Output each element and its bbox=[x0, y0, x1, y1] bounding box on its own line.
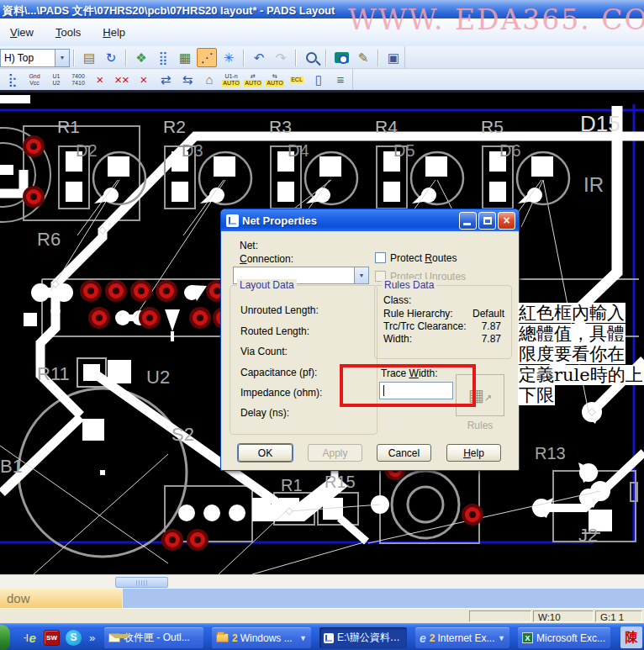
pcb-label-ir: IR bbox=[583, 173, 604, 196]
fanout-toolbar-icon[interactable]: ✳ bbox=[219, 48, 239, 67]
chevron-down-icon[interactable]: ▼ bbox=[55, 50, 69, 66]
menu-help[interactable]: Help bbox=[103, 26, 125, 39]
maximize-button[interactable] bbox=[478, 212, 496, 230]
screen: 資料\...\PADS 文件\07HRS20\pcb\07HRS20 layou… bbox=[0, 0, 644, 650]
red-pad bbox=[24, 137, 43, 156]
red-pad bbox=[188, 531, 207, 549]
zoom-icon[interactable] bbox=[301, 48, 321, 67]
menu-view[interactable]: View bbox=[10, 26, 34, 39]
task-label: 收件匣 - Outl... bbox=[124, 631, 199, 645]
design-toolbar-icon[interactable]: ▦ bbox=[175, 48, 195, 67]
minimize-button[interactable] bbox=[459, 212, 477, 230]
renumber-auto-icon[interactable]: ⇄AUTO bbox=[243, 70, 263, 89]
pcb-label-r6: R6 bbox=[37, 229, 61, 250]
rules-button-label: Rules bbox=[456, 420, 504, 431]
swap-auto-icon[interactable]: ⇆AUTO bbox=[265, 70, 285, 89]
pcb-label-d5: D5 bbox=[393, 141, 415, 160]
component-icon[interactable]: ▯ bbox=[309, 70, 329, 89]
close-button[interactable]: × bbox=[498, 212, 515, 230]
new-window-icon[interactable]: ▣ bbox=[383, 48, 404, 67]
red-pad bbox=[82, 282, 100, 300]
query-house-icon[interactable]: ⌂ bbox=[199, 70, 219, 89]
swap-gates-icon[interactable]: ⇆ bbox=[177, 70, 198, 89]
undo-icon[interactable]: ↶ bbox=[249, 48, 269, 67]
route-toolbar-icon[interactable]: ⋰ bbox=[197, 48, 217, 67]
excel-icon: X bbox=[522, 632, 533, 643]
skype-quicklaunch-icon[interactable]: S bbox=[66, 630, 82, 646]
impedance-label: Impedance (ohm): bbox=[240, 387, 322, 399]
brush-icon[interactable]: ✎ bbox=[353, 48, 373, 67]
toolbar-separator bbox=[377, 50, 379, 66]
scrollbar-thumb[interactable] bbox=[115, 577, 168, 588]
delete-all-routes-icon[interactable]: × bbox=[134, 70, 154, 89]
start-button-fragment[interactable] bbox=[0, 625, 10, 650]
group-count: 2 bbox=[232, 632, 238, 644]
taskbar-button-excel[interactable]: XMicrosoft Exc... bbox=[518, 627, 610, 648]
board-outline-icon[interactable]: ❖ bbox=[131, 48, 151, 67]
ime-indicator[interactable]: 陳 bbox=[620, 626, 642, 648]
toolbar-separator bbox=[295, 50, 297, 66]
window-titlebar[interactable]: 資料\...\PADS 文件\07HRS20\pcb\07HRS20 layou… bbox=[0, 0, 644, 18]
menu-tools[interactable]: Tools bbox=[55, 26, 81, 39]
pcb-label-r13: R13 bbox=[535, 444, 566, 462]
chevron-down-icon[interactable]: ▼ bbox=[354, 267, 368, 283]
add-connection-icon[interactable]: ⣗ bbox=[3, 70, 23, 89]
solidworks-quicklaunch-icon[interactable]: SW bbox=[44, 630, 60, 646]
nets-icon[interactable]: ⣿ bbox=[153, 48, 173, 67]
pcb-label-d15: D15 bbox=[580, 111, 620, 136]
u1-u2-icon[interactable]: U1U2 bbox=[46, 70, 66, 89]
rule-hierarchy-value: Default bbox=[472, 308, 504, 320]
7400-7410-icon[interactable]: 74007410 bbox=[68, 70, 88, 89]
toolbar-separator bbox=[125, 50, 127, 66]
width-value: 7.87 bbox=[482, 333, 501, 345]
pcb-label-r15: R15 bbox=[325, 473, 356, 491]
layer-combobox[interactable]: H) Top ▼ bbox=[0, 49, 70, 67]
chevron-more-icon[interactable]: » bbox=[89, 632, 95, 644]
pcb-label-b1: B1 bbox=[0, 456, 23, 477]
pcb-label-r1: R1 bbox=[281, 476, 303, 494]
redraw-icon[interactable]: ↻ bbox=[101, 48, 121, 67]
annotation-text: 紅色框內輸入 總體值，具體 限度要看你在 定義rule時的上 下限 bbox=[518, 303, 644, 406]
horizontal-scrollbar[interactable] bbox=[0, 574, 644, 589]
dialog-titlebar[interactable]: Net Properties × bbox=[221, 209, 519, 231]
redo-icon[interactable]: ↷ bbox=[271, 48, 291, 67]
chevron-down-icon[interactable]: ▼ bbox=[299, 634, 307, 642]
layout-data-caption: Layout Data bbox=[237, 279, 297, 291]
apply-button: Apply bbox=[308, 444, 362, 462]
taskbar-button-pads[interactable]: E:\辦公資料\..... bbox=[319, 627, 407, 648]
ie-icon: e bbox=[420, 632, 426, 645]
rename-auto-icon[interactable]: U1-nAUTO bbox=[221, 70, 241, 89]
list-view-icon[interactable]: ≡ bbox=[330, 70, 351, 89]
rules-data-group: Rules Data Class: Rule Hierarchy: Defaul… bbox=[374, 285, 512, 359]
color-view-icon[interactable] bbox=[331, 48, 351, 67]
red-pad bbox=[90, 309, 108, 327]
unrouted-length-label: Unrouted Length: bbox=[240, 304, 319, 316]
protect-routes-label: Protect Routes bbox=[390, 252, 457, 264]
layer-combobox-value: H) Top bbox=[1, 52, 55, 64]
pcb-label-r1: R1 bbox=[57, 117, 80, 136]
gnd-vcc-icon[interactable]: GndVcc bbox=[24, 70, 45, 89]
toolbar-separator bbox=[243, 50, 245, 66]
copy-route-icon[interactable]: ⇄ bbox=[156, 70, 176, 89]
pcb-label-s2: S2 bbox=[172, 424, 194, 445]
tab-window[interactable]: dow bbox=[0, 589, 123, 608]
dialog-icon bbox=[226, 214, 239, 227]
delete-net-icon[interactable]: ×× bbox=[112, 70, 132, 89]
properties-icon[interactable]: ▤ bbox=[79, 48, 99, 67]
taskbar-button-ie[interactable]: e2Internet Ex...▼ bbox=[415, 627, 509, 648]
taskbar-button-folder[interactable]: 2Windows ...▼ bbox=[212, 627, 311, 648]
chevron-down-icon[interactable]: ▼ bbox=[498, 634, 505, 642]
pcb-label-d2: D2 bbox=[76, 141, 98, 160]
ecl-icon[interactable]: ECL bbox=[287, 70, 307, 89]
capacitance-label: Capacitance (pf): bbox=[240, 367, 317, 378]
connection-label: Connection: bbox=[240, 253, 293, 265]
delay-label: Delay (ns): bbox=[240, 407, 289, 419]
delete-segment-icon[interactable]: × bbox=[90, 70, 110, 89]
cancel-button[interactable]: Cancel bbox=[377, 444, 431, 462]
protect-routes-checkbox[interactable] bbox=[375, 252, 386, 263]
help-button[interactable]: Help bbox=[446, 444, 501, 462]
ie-quicklaunch-icon[interactable]: e bbox=[22, 630, 38, 646]
taskbar-button-outlook[interactable]: 收件匣 - Outl... bbox=[104, 627, 203, 648]
ok-button[interactable]: OK bbox=[238, 444, 293, 462]
toolbar-ecosupport: ⣗GndVccU1U274007410××××⇄⇆⌂U1-nAUTO⇄AUTO⇆… bbox=[0, 69, 644, 90]
